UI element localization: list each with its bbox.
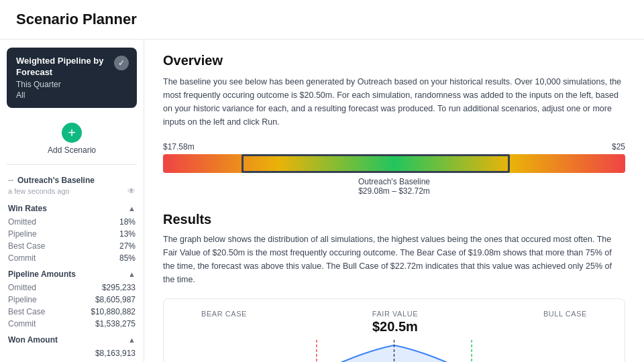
baseline-name: Outreach's Baseline	[17, 176, 95, 185]
bull-case-sub-label: BULL CASE	[543, 310, 587, 318]
page-title: Scenario Planner	[16, 11, 628, 28]
chart-labels: BEAR CASE FAIR VALUE $20.5m BULL CASE	[174, 310, 614, 335]
pipeline-amounts-title: Pipeline Amounts	[8, 269, 76, 279]
win-rates-commit-label: Commit	[8, 253, 36, 263]
scenario-label: Weighted Pipeline by Forecast	[16, 56, 127, 78]
plus-circle-icon: +	[62, 123, 82, 143]
pipeline-commit-value: $1,538,275	[95, 319, 136, 328]
pipeline-amounts-chevron[interactable]: ▲	[128, 270, 136, 278]
win-rates-omitted-value: 18%	[119, 217, 136, 227]
add-scenario-button[interactable]: + Add Scenario	[0, 116, 144, 159]
pipeline-bestcase-value: $10,880,882	[91, 307, 136, 316]
win-rates-row-commit: Commit 85%	[0, 252, 144, 264]
bracket-title: Outreach's Baseline	[163, 177, 625, 186]
baseline-timestamp: a few seconds ago	[8, 187, 70, 195]
won-amount-title: Won Amount	[8, 335, 58, 345]
pipeline-bestcase-label: Best Case	[8, 307, 45, 316]
win-rates-omitted-label: Omitted	[8, 217, 36, 227]
pipeline-pipeline-value: $8,605,987	[95, 295, 136, 304]
top-bar: Scenario Planner	[0, 0, 644, 40]
chart-area: BEAR CASE FAIR VALUE $20.5m BULL CASE	[163, 298, 625, 362]
results-text: The graph below shows the distribution o…	[163, 233, 625, 286]
pipeline-pipeline-label: Pipeline	[8, 295, 37, 304]
bell-curve-svg	[174, 340, 614, 362]
fair-value-label-col: FAIR VALUE $20.5m	[372, 310, 418, 335]
divider	[7, 164, 137, 165]
pipeline-row-commit: Commit $1,538,275	[0, 318, 144, 330]
pipeline-omitted-label: Omitted	[8, 283, 36, 292]
pipeline-omitted-value: $295,233	[102, 283, 136, 292]
sidebar: Weighted Pipeline by Forecast This Quart…	[0, 40, 144, 362]
win-rates-pipeline-label: Pipeline	[8, 229, 37, 239]
results-section: Results The graph below shows the distri…	[163, 212, 625, 362]
check-icon	[114, 56, 129, 70]
win-rates-pipeline-value: 13%	[119, 229, 136, 239]
fair-value-value: $20.5m	[372, 319, 418, 335]
win-rates-chevron[interactable]: ▲	[128, 204, 136, 213]
overview-section: Overview The baseline you see below has …	[163, 53, 625, 196]
scenario-line2: All	[16, 90, 127, 100]
won-amount-value: $8,163,913	[0, 347, 144, 359]
pipeline-commit-label: Commit	[8, 319, 36, 328]
results-title: Results	[163, 212, 625, 227]
baseline-title: -- Outreach's Baseline	[8, 176, 136, 185]
chart-svg-area	[174, 340, 614, 362]
bar-max-label: $25	[612, 142, 625, 152]
bracket-overlay	[241, 154, 510, 173]
bear-case-label-col: BEAR CASE	[201, 310, 247, 335]
win-rates-row-pipeline: Pipeline 13%	[0, 228, 144, 240]
won-amount-header: Won Amount ▲	[0, 330, 144, 347]
gradient-bar-wrapper: $17.58m $25 Outreach's Baseline $29.08m …	[163, 142, 625, 196]
content-area: Overview The baseline you see below has …	[144, 40, 644, 362]
overview-text: The baseline you see below has been gene…	[163, 75, 625, 129]
bull-case-label-col: BULL CASE	[543, 310, 587, 335]
eye-icon[interactable]: 👁	[127, 186, 136, 196]
pipeline-row-bestcase: Best Case $10,880,882	[0, 306, 144, 318]
bracket-label: Outreach's Baseline $29.08m – $32.72m	[163, 177, 625, 196]
fair-value-sub-label: FAIR VALUE	[372, 310, 418, 318]
win-rates-row-omitted: Omitted 18%	[0, 216, 144, 228]
win-rates-bestcase-label: Best Case	[8, 241, 45, 251]
win-rates-bestcase-value: 27%	[119, 241, 136, 251]
gradient-bar	[163, 154, 625, 173]
add-scenario-label: Add Scenario	[48, 145, 96, 155]
pipeline-row-pipeline: Pipeline $8,605,987	[0, 294, 144, 306]
baseline-time-row: a few seconds ago 👁	[8, 186, 136, 196]
baseline-section: -- Outreach's Baseline a few seconds ago…	[0, 170, 144, 198]
won-amount-chevron[interactable]: ▲	[128, 336, 136, 344]
win-rates-row-bestcase: Best Case 27%	[0, 240, 144, 252]
bracket-range: $29.08m – $32.72m	[163, 186, 625, 196]
net-new-amount-header: Net New Amount ▲	[0, 359, 144, 362]
win-rates-title: Win Rates	[8, 204, 47, 213]
pipeline-row-omitted: Omitted $295,233	[0, 282, 144, 294]
bear-case-sub-label: BEAR CASE	[201, 310, 247, 318]
baseline-dashes: --	[8, 176, 13, 185]
scenario-line1: This Quarter	[16, 80, 127, 89]
pipeline-amounts-header: Pipeline Amounts ▲	[0, 264, 144, 282]
win-rates-commit-value: 85%	[119, 253, 136, 263]
scenario-card[interactable]: Weighted Pipeline by Forecast This Quart…	[7, 48, 137, 108]
bar-min-label: $17.58m	[163, 142, 195, 152]
overview-title: Overview	[163, 53, 625, 68]
win-rates-header: Win Rates ▲	[0, 198, 144, 216]
